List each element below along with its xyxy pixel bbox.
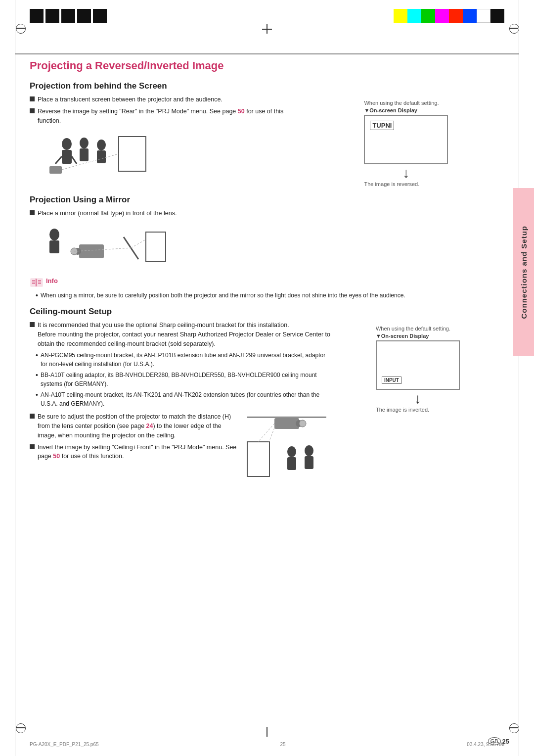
bullet-square-icon [30, 210, 35, 215]
section3-right: When using the default setting. ▼On-scre… [341, 321, 494, 483]
svg-rect-33 [247, 442, 269, 476]
section1-osd-box: INPUT [364, 115, 448, 164]
page-number-area: GB 25 [488, 737, 509, 745]
svg-rect-1 [62, 150, 72, 164]
footer-filename: PG-A20X_E_PDF_P21_25.p65 [30, 742, 99, 747]
section1-osd-arrow-label: ▼On-screen Display [364, 107, 448, 113]
section3-bullets-bottom: Be sure to adjust the position of the pr… [30, 412, 237, 483]
top-rule [15, 53, 519, 54]
section3-bottom-row: Be sure to adjust the position of the pr… [30, 412, 331, 483]
svg-rect-7 [97, 150, 106, 163]
svg-rect-35 [287, 457, 296, 470]
svg-line-3 [72, 156, 77, 164]
section3-illustration [242, 412, 331, 483]
footer: PG-A20X_E_PDF_P21_25.p65 25 03.4.23, 9:5… [30, 742, 504, 747]
section2-heading: Projection Using a Mirror [30, 195, 494, 205]
section3-osd-arrow-label: ▼On-screen Display [376, 333, 460, 339]
svg-point-32 [299, 420, 306, 427]
svg-line-38 [258, 424, 274, 442]
color-bars [394, 9, 504, 23]
section1-bullet1: Place a translucent screen between the p… [30, 95, 308, 104]
page-title: Projecting a Reversed/Inverted Image [30, 59, 494, 72]
reg-mark-bottom-center [262, 727, 272, 733]
section1-osd-caption: The image is reversed. [364, 181, 448, 187]
svg-line-2 [55, 156, 62, 164]
main-content: Projecting a Reversed/Inverted Image Pro… [30, 59, 494, 726]
section3-bullet3: Invert the image by setting "Ceiling+Fro… [30, 443, 237, 462]
svg-rect-8 [119, 137, 146, 171]
svg-rect-20 [31, 279, 36, 286]
svg-rect-37 [305, 456, 313, 469]
svg-rect-13 [79, 244, 104, 258]
border-left [15, 0, 15, 756]
section3-osd-down-arrow: ↓ [376, 392, 460, 406]
reg-mark-tl [16, 24, 25, 33]
reg-mark-br [509, 723, 518, 732]
reg-mark-tr [509, 24, 518, 33]
footer-page-center: 25 [280, 742, 285, 747]
border-right [519, 0, 519, 756]
svg-line-39 [269, 428, 274, 442]
svg-rect-12 [49, 240, 59, 253]
gb-badge: GB [488, 737, 501, 745]
link-page24: 24 [146, 423, 153, 429]
section-projection-behind: Projection from behind the Screen Place … [30, 81, 494, 189]
svg-rect-17 [146, 232, 166, 262]
section1-content: Place a translucent screen between the p… [30, 95, 494, 189]
bullet-square-icon [30, 414, 35, 419]
section1-bullet2: Reverse the image by setting "Rear" in t… [30, 107, 308, 126]
section3-subbullet2: • BB-A10T ceiling adaptor, its BB-NVHOLD… [30, 371, 331, 388]
section3-content: It is recommended that you use the optio… [30, 321, 494, 483]
bullet-square-icon [30, 322, 35, 327]
svg-rect-9 [49, 166, 62, 174]
reg-mark-top-center [262, 24, 272, 30]
section1-heading: Projection from behind the Screen [30, 81, 494, 91]
section3-osd-caption: The image is inverted. [376, 407, 460, 413]
side-tab: Connections and Setup [513, 188, 534, 356]
section3-heading: Ceiling-mount Setup [30, 307, 494, 317]
section1-left: Place a translucent screen between the p… [30, 95, 308, 189]
info-box: Info [30, 277, 494, 288]
section1-osd-when: When using the default setting. [364, 100, 448, 106]
section-ceiling: Ceiling-mount Setup It is recommended th… [30, 307, 494, 483]
svg-point-6 [97, 140, 106, 150]
info-book-icon [30, 278, 44, 288]
side-tab-text: Connections and Setup [520, 226, 528, 319]
link-page50-s1: 50 [238, 108, 245, 115]
black-bars [30, 9, 107, 23]
svg-point-11 [49, 229, 59, 240]
section1-osd-down-arrow: ↓ [364, 166, 448, 180]
svg-point-36 [305, 445, 313, 456]
svg-line-19 [131, 239, 146, 248]
page-number: 25 [502, 738, 509, 745]
section3-bullet2: Be sure to adjust the position of the pr… [30, 412, 237, 440]
reg-mark-bl [16, 723, 25, 732]
section3-bullet1: It is recommended that you use the optio… [30, 321, 331, 348]
section1-osd-input: INPUT [370, 121, 394, 130]
section3-subbullet1: • AN-PGCM95 ceiling-mount bracket, its A… [30, 351, 331, 369]
svg-point-4 [80, 138, 89, 148]
svg-rect-5 [80, 148, 89, 161]
section1-osd: When using the default setting. ▼On-scre… [364, 100, 448, 187]
section1-right: When using the default setting. ▼On-scre… [318, 95, 494, 189]
section1-illustration [44, 129, 308, 185]
info-label: Info [46, 277, 58, 284]
section3-left: It is recommended that you use the optio… [30, 321, 331, 483]
section2-bullet1: Place a mirror (normal flat type) in fro… [30, 209, 494, 218]
section2-info-text: • When using a mirror, be sure to carefu… [30, 291, 494, 300]
svg-point-0 [62, 138, 72, 150]
section3-subbullet3: • AN-A10T ceiling-mount bracket, its AN-… [30, 390, 331, 408]
bullet-square-icon [30, 444, 35, 449]
section3-osd-when: When using the default setting. [376, 326, 460, 331]
section3-osd-box: INPUT [376, 340, 460, 390]
svg-rect-30 [274, 418, 299, 429]
bullet-square-icon [30, 108, 35, 113]
section3-osd-input: INPUT [382, 377, 401, 384]
svg-point-34 [287, 446, 296, 457]
bullet-square-icon [30, 96, 35, 101]
section2-illustration [40, 222, 494, 273]
svg-rect-21 [37, 279, 43, 286]
section3-osd: When using the default setting. ▼On-scre… [376, 326, 460, 413]
section-mirror: Projection Using a Mirror Place a mirror… [30, 195, 494, 300]
link-page50-s3: 50 [53, 453, 60, 460]
